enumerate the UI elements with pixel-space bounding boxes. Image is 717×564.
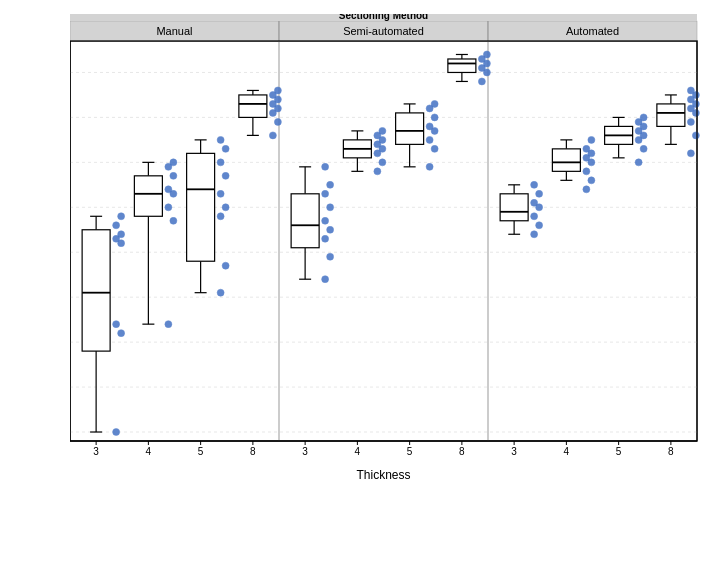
svg-text:4: 4: [355, 446, 361, 457]
svg-text:3: 3: [302, 446, 308, 457]
svg-rect-144: [396, 113, 424, 144]
svg-rect-62: [134, 176, 162, 216]
svg-point-162: [478, 78, 485, 85]
svg-point-55: [118, 213, 125, 220]
svg-point-80: [217, 289, 224, 296]
svg-point-151: [431, 114, 438, 121]
svg-text:4: 4: [146, 446, 152, 457]
svg-point-177: [536, 222, 543, 229]
svg-point-137: [379, 127, 386, 134]
svg-point-180: [531, 199, 538, 206]
svg-rect-221: [657, 104, 685, 126]
svg-rect-46: [82, 230, 110, 351]
svg-point-131: [379, 159, 386, 166]
svg-text:Sectioning Method: Sectioning Method: [339, 14, 428, 21]
svg-point-191: [583, 186, 590, 193]
svg-point-197: [583, 145, 590, 152]
svg-point-198: [588, 136, 595, 143]
svg-rect-160: [448, 59, 476, 72]
svg-point-97: [269, 132, 276, 139]
svg-text:4: 4: [564, 446, 570, 457]
svg-point-117: [322, 217, 329, 224]
svg-point-176: [531, 231, 538, 238]
svg-point-178: [531, 213, 538, 220]
svg-point-118: [327, 204, 334, 211]
svg-text:3: 3: [93, 446, 99, 457]
svg-point-231: [687, 87, 694, 94]
svg-point-147: [431, 145, 438, 152]
svg-point-182: [531, 181, 538, 188]
svg-text:8: 8: [250, 446, 256, 457]
chart-container: ManualSemi-automatedAutomatedSectioning …: [0, 0, 717, 564]
svg-point-116: [327, 226, 334, 233]
svg-point-54: [113, 222, 120, 229]
svg-text:5: 5: [198, 446, 204, 457]
svg-point-225: [687, 118, 694, 125]
svg-rect-189: [552, 149, 580, 171]
svg-point-115: [322, 235, 329, 242]
svg-text:5: 5: [407, 446, 413, 457]
svg-point-49: [118, 330, 125, 337]
svg-point-121: [322, 163, 329, 170]
svg-point-207: [635, 159, 642, 166]
svg-point-85: [222, 172, 229, 179]
svg-rect-0: [70, 41, 697, 441]
svg-point-104: [274, 87, 281, 94]
svg-point-192: [588, 177, 595, 184]
svg-point-64: [165, 321, 172, 328]
svg-point-114: [327, 253, 334, 260]
svg-point-208: [640, 145, 647, 152]
svg-point-84: [217, 190, 224, 197]
svg-rect-78: [187, 153, 215, 261]
svg-point-87: [222, 145, 229, 152]
svg-point-120: [327, 181, 334, 188]
chart-area: ManualSemi-automatedAutomatedSectioning …: [70, 14, 707, 488]
svg-point-214: [640, 114, 647, 121]
svg-text:3: 3: [511, 446, 517, 457]
svg-text:Thickness: Thickness: [356, 468, 410, 482]
svg-point-150: [426, 123, 433, 130]
svg-point-167: [483, 51, 490, 58]
svg-point-88: [217, 136, 224, 143]
svg-point-98: [274, 118, 281, 125]
svg-point-48: [113, 429, 120, 436]
svg-rect-174: [500, 194, 528, 221]
svg-point-50: [113, 321, 120, 328]
svg-point-223: [687, 150, 694, 157]
chart-svg: ManualSemi-automatedAutomatedSectioning …: [70, 14, 707, 488]
svg-text:Manual: Manual: [156, 25, 192, 37]
svg-point-224: [692, 132, 699, 139]
svg-point-81: [222, 262, 229, 269]
svg-point-53: [118, 231, 125, 238]
svg-point-130: [374, 168, 381, 175]
svg-point-68: [165, 186, 172, 193]
svg-point-86: [217, 159, 224, 166]
svg-point-66: [165, 204, 172, 211]
svg-rect-95: [239, 95, 267, 117]
svg-text:8: 8: [459, 446, 465, 457]
svg-point-65: [170, 217, 177, 224]
svg-point-113: [322, 276, 329, 283]
svg-point-146: [426, 163, 433, 170]
svg-rect-111: [291, 194, 319, 248]
svg-point-193: [583, 168, 590, 175]
svg-point-83: [222, 204, 229, 211]
svg-point-148: [426, 136, 433, 143]
svg-text:8: 8: [668, 446, 674, 457]
svg-point-71: [170, 159, 177, 166]
svg-point-119: [322, 190, 329, 197]
svg-point-69: [170, 172, 177, 179]
svg-point-153: [431, 100, 438, 107]
svg-text:Automated: Automated: [566, 25, 619, 37]
svg-point-181: [536, 190, 543, 197]
svg-text:Semi-automated: Semi-automated: [343, 25, 424, 37]
svg-text:5: 5: [616, 446, 622, 457]
svg-point-82: [217, 213, 224, 220]
